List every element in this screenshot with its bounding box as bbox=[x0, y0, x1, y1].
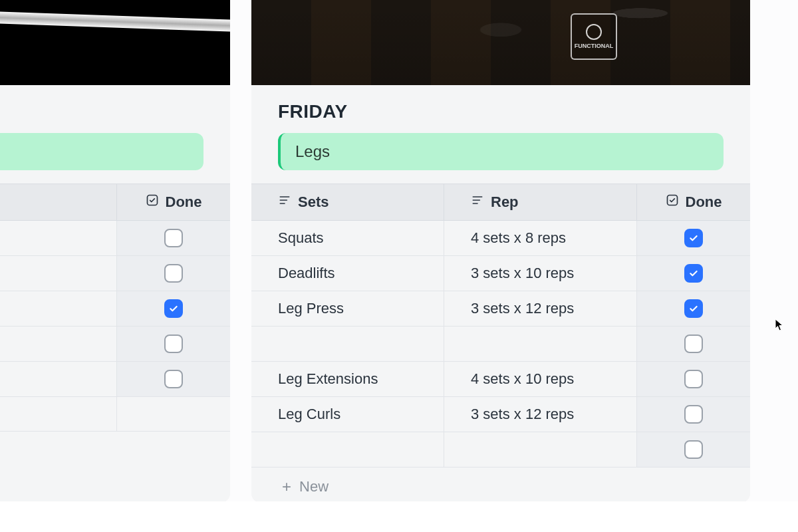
cell-rep[interactable]: 3 sets x 12 reps bbox=[444, 291, 637, 326]
cell-done bbox=[637, 362, 750, 396]
cell-rep[interactable]: x 10 reps bbox=[0, 256, 117, 291]
column-header-sets[interactable]: Sets bbox=[251, 184, 444, 220]
table-header: p Done bbox=[0, 184, 230, 221]
empty-cell[interactable] bbox=[0, 397, 117, 431]
table-header: Sets Rep Done bbox=[251, 184, 750, 221]
cell-rep[interactable]: x 8 reps bbox=[0, 221, 117, 255]
checkbox-icon bbox=[146, 194, 159, 211]
category-pill[interactable]: Legs bbox=[278, 133, 724, 170]
hero-sign-functional: FUNCTIONAL bbox=[571, 13, 617, 60]
table-row: Squats 4 sets x 8 reps bbox=[251, 221, 750, 256]
done-checkbox[interactable] bbox=[684, 405, 703, 424]
plus-icon: + bbox=[282, 479, 291, 495]
cell-done bbox=[117, 327, 230, 361]
column-header-rep[interactable]: p bbox=[0, 184, 117, 220]
done-checkbox[interactable] bbox=[684, 370, 703, 388]
table-row: x 12 reps bbox=[0, 291, 230, 327]
cell-done bbox=[637, 291, 750, 326]
cell-rep[interactable]: 3 sets x 12 reps bbox=[444, 397, 637, 432]
table-row: x 8 reps bbox=[0, 221, 230, 256]
checkbox-icon bbox=[666, 194, 679, 211]
cell-sets[interactable] bbox=[251, 327, 444, 361]
cell-sets[interactable] bbox=[251, 432, 444, 467]
done-checkbox[interactable] bbox=[684, 440, 703, 459]
cell-rep[interactable] bbox=[444, 327, 637, 361]
column-header-done-label: Done bbox=[166, 194, 202, 211]
cell-done bbox=[637, 327, 750, 361]
column-header-done[interactable]: Done bbox=[117, 184, 230, 220]
cell-sets[interactable]: Leg Curls bbox=[251, 397, 444, 432]
cell-rep[interactable]: 4 sets x 8 reps bbox=[444, 221, 637, 255]
cell-rep[interactable]: 3 sets x 10 reps bbox=[444, 256, 637, 291]
cell-rep[interactable] bbox=[444, 432, 637, 467]
table-row bbox=[251, 432, 750, 467]
category-pill-label: Legs bbox=[295, 142, 330, 160]
table-row: x 12 reps bbox=[0, 362, 230, 397]
cell-sets[interactable]: Squats bbox=[251, 221, 444, 255]
exercise-table-left: p Done x 8 reps x 10 reps x 12 reps x 10… bbox=[0, 184, 230, 432]
table-row: Leg Curls 3 sets x 12 reps bbox=[251, 397, 750, 432]
table-row: Leg Press 3 sets x 12 reps bbox=[251, 291, 750, 327]
add-new-label: New bbox=[299, 478, 329, 495]
table-row: Deadlifts 3 sets x 10 reps bbox=[251, 256, 750, 291]
text-column-icon bbox=[471, 194, 484, 211]
table-row: x 10 reps bbox=[0, 256, 230, 291]
cell-sets[interactable]: Leg Press bbox=[251, 291, 444, 326]
bottom-whitespace bbox=[0, 501, 798, 532]
done-checkbox[interactable] bbox=[684, 334, 703, 353]
column-header-done-label: Done bbox=[686, 194, 722, 211]
done-checkbox[interactable] bbox=[684, 299, 703, 318]
done-checkbox[interactable] bbox=[684, 229, 703, 247]
column-header-rep-label: Rep bbox=[491, 194, 519, 211]
hero-image-barbell bbox=[0, 0, 230, 85]
cell-sets[interactable]: Deadlifts bbox=[251, 256, 444, 291]
cell-done bbox=[637, 221, 750, 255]
cell-done bbox=[117, 291, 230, 326]
cell-done bbox=[637, 432, 750, 467]
cell-rep[interactable]: 4 sets x 10 reps bbox=[444, 362, 637, 396]
mouse-cursor-icon bbox=[775, 319, 784, 332]
add-new-row[interactable]: + New bbox=[251, 467, 750, 502]
column-header-rep[interactable]: Rep bbox=[444, 184, 637, 220]
done-checkbox[interactable] bbox=[164, 334, 183, 353]
day-card-left: X p Done x 8 reps x 10 reps bbox=[0, 0, 230, 502]
column-header-sets-label: Sets bbox=[298, 194, 329, 211]
cell-done bbox=[117, 256, 230, 291]
cell-done bbox=[117, 362, 230, 396]
cell-rep[interactable]: x 12 reps bbox=[0, 362, 117, 396]
svg-rect-0 bbox=[147, 196, 157, 205]
empty-cell bbox=[117, 397, 230, 431]
exercise-table-friday: Sets Rep Done Squats 4 sets x 8 reps bbox=[251, 184, 750, 502]
done-checkbox[interactable] bbox=[164, 370, 183, 388]
table-row bbox=[251, 327, 750, 362]
done-checkbox[interactable] bbox=[164, 264, 183, 283]
cell-done bbox=[637, 256, 750, 291]
hero-sign-label: FUNCTIONAL bbox=[575, 43, 614, 49]
hero-image-gym: EN FUNCTIONAL bbox=[251, 0, 750, 85]
table-row: Leg Extensions 4 sets x 10 reps bbox=[251, 362, 750, 397]
column-header-done[interactable]: Done bbox=[637, 184, 750, 220]
cell-sets[interactable]: Leg Extensions bbox=[251, 362, 444, 396]
category-pill[interactable] bbox=[0, 133, 203, 170]
table-row: x 10 reps bbox=[0, 327, 230, 362]
day-title: FRIDAY bbox=[278, 101, 724, 122]
done-checkbox[interactable] bbox=[164, 229, 183, 247]
cell-rep[interactable]: x 10 reps bbox=[0, 327, 117, 361]
text-column-icon bbox=[278, 194, 291, 211]
done-checkbox[interactable] bbox=[164, 299, 183, 318]
svg-rect-7 bbox=[667, 196, 677, 205]
done-checkbox[interactable] bbox=[684, 264, 703, 283]
cell-rep[interactable]: x 12 reps bbox=[0, 291, 117, 326]
cell-done bbox=[117, 221, 230, 255]
cell-done bbox=[637, 397, 750, 432]
day-card-friday: EN FUNCTIONAL FRIDAY Legs Sets bbox=[251, 0, 750, 502]
